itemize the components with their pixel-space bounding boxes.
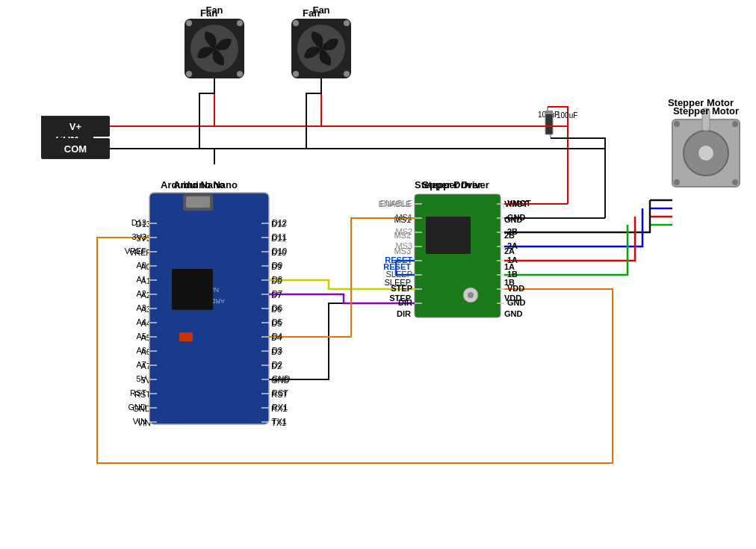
ard-l-a6: A6: [137, 346, 146, 355]
motor-shaft-base: [698, 146, 713, 161]
ard-l-a0: A0: [137, 261, 146, 270]
sd-ms1-svg: MS1: [395, 213, 412, 222]
dir-wire: [269, 294, 415, 303]
ard-r-d8: D8: [272, 275, 282, 284]
fan2-screw1: [293, 20, 299, 26]
sd-1b-svg: 1B: [507, 270, 518, 279]
arduino-reset-btn: [179, 332, 193, 341]
ard-r-d7: D7: [272, 289, 282, 298]
sd-ms2-svg: MS2: [395, 227, 412, 236]
sd-step-svg: STEP: [391, 284, 412, 293]
sd-dir-svg: DIR: [398, 298, 412, 307]
sd-enable-svg: ENABLE: [380, 199, 412, 208]
sd-label-svg: Stepper Driver: [422, 179, 489, 190]
motor-1a-red: [504, 217, 635, 261]
sd-pot-inner: [468, 292, 474, 298]
cap-label-svg: 100uF: [557, 111, 577, 120]
ard-l-a5: A5: [137, 332, 146, 341]
motor-screw1: [674, 121, 680, 127]
ard-l-a3: A3: [137, 303, 146, 312]
diagram-container: Fan Fan Stepper Motor V+ COM Arduino Nan…: [0, 0, 756, 549]
ard-r-d12: D12: [272, 218, 287, 227]
fan2-text: Fan: [312, 4, 329, 16]
sd-reset-svg: RESET: [385, 255, 412, 264]
ard-r-d10: D10: [272, 246, 287, 255]
fan2-screw2: [344, 20, 350, 26]
motor-screw3: [674, 179, 680, 185]
motor-screw2: [732, 121, 738, 127]
ard-r-d11: D11: [272, 232, 287, 241]
sd-1a-svg: 1A: [507, 255, 518, 264]
fan1-screw3: [186, 71, 192, 77]
wiring-diagram: Fan Fan V+ COM ARDUINO NANO: [0, 0, 756, 549]
sd-gnd2-svg: GND: [507, 298, 526, 307]
ard-r-tx1: TX1: [272, 417, 287, 426]
sd-vmot-svg: VMOT: [507, 199, 531, 208]
ard-r-rx1: RX1: [272, 403, 288, 412]
ard-l-d13: D13: [131, 218, 146, 227]
ard-r-d6: D6: [272, 303, 282, 312]
ard-r-d5: D5: [272, 317, 282, 326]
sd-2a-svg: 2A: [507, 241, 518, 250]
fan1-screw1: [186, 20, 192, 26]
ard-l-3v3: 3V3: [131, 232, 146, 241]
arduino-chip: [172, 269, 213, 310]
ard-l-a2: A2: [137, 289, 146, 298]
sd-gnd1-svg: GND: [507, 213, 526, 222]
red-wire-top: [110, 107, 568, 126]
sd-sleep-svg: SLEEP: [386, 270, 412, 279]
ard-l-rst: RST: [130, 388, 146, 397]
black-fan2-gnd: [306, 78, 321, 149]
ard-l-a1: A1: [137, 275, 146, 284]
ard-l-vin: VIN: [133, 417, 146, 426]
vplus-text: V+: [69, 121, 82, 132]
com-text: COM: [64, 143, 87, 155]
fan2-screw3: [293, 71, 299, 77]
arduino-label-svg: Arduino Nano: [173, 179, 238, 190]
ard-l-vref: VREF: [125, 246, 147, 255]
ard-l-a4: A4: [137, 317, 146, 326]
ard-r-d3: D3: [272, 346, 282, 355]
sd-ms3-svg: MS3: [395, 241, 412, 250]
ard-l-gnd: GND: [128, 403, 147, 412]
fan2-screw4: [344, 71, 350, 77]
fan1-text: Fan: [205, 4, 223, 16]
motor-screw4: [732, 179, 738, 185]
sd-chip: [426, 217, 471, 254]
cap-body: [545, 112, 553, 134]
fan1-screw4: [237, 71, 243, 77]
sd-2b-svg: 2B: [507, 227, 518, 236]
ard-l-a7: A7: [137, 360, 146, 369]
ard-l-5v: 5V: [137, 374, 147, 383]
ard-r-rst: RST: [272, 388, 288, 397]
fan1-screw2: [237, 20, 243, 26]
ard-r-d4: D4: [272, 332, 282, 341]
black-fan1-gnd: [199, 78, 214, 149]
gnd-wire-ard-to-sd: [269, 303, 415, 379]
stepper-driver-pcb: [415, 194, 501, 317]
ard-r-d9: D9: [272, 261, 282, 270]
black-wire-top: [110, 138, 605, 149]
sd-vdd-svg: VDD: [507, 284, 524, 293]
ard-r-gnd: GND: [272, 374, 291, 383]
motor-label-svg: Stepper Motor: [673, 105, 739, 117]
arduino-usb-port: [186, 196, 210, 208]
ard-r-d2: D2: [272, 360, 282, 369]
cap-top: [545, 111, 553, 114]
